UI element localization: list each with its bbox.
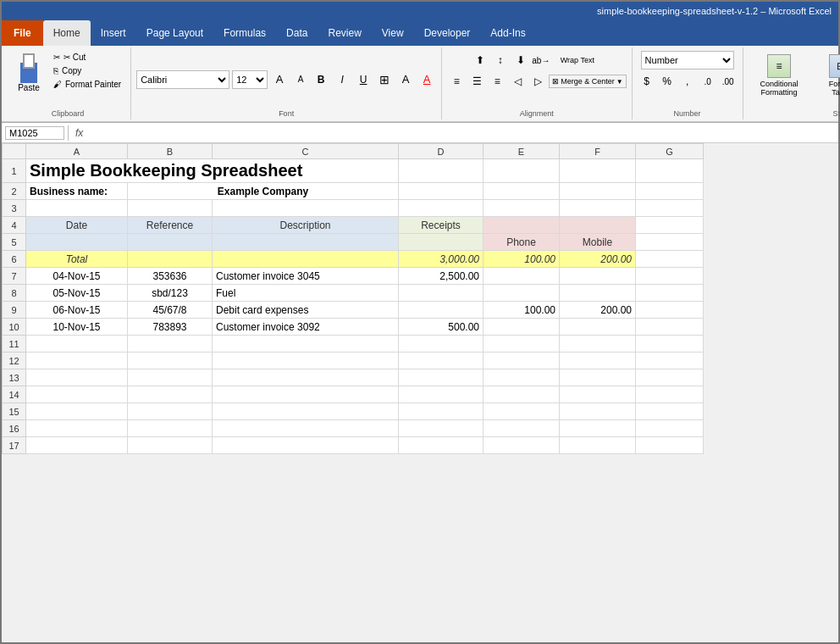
cell-b8[interactable]: sbd/123 <box>128 285 213 302</box>
increase-font-button[interactable]: A <box>270 70 289 89</box>
cell-d5[interactable] <box>399 234 484 251</box>
cell-g13[interactable] <box>636 369 704 386</box>
font-name-select[interactable]: Calibri <box>136 70 229 89</box>
cell-f9[interactable]: 200.00 <box>560 302 636 319</box>
cell-g15[interactable] <box>636 403 704 420</box>
cell-c16[interactable] <box>213 420 399 437</box>
cell-d15[interactable] <box>399 403 484 420</box>
cell-d4[interactable]: Receipts <box>399 217 484 234</box>
cell-f3[interactable] <box>560 200 636 217</box>
cell-e7[interactable] <box>484 268 560 285</box>
cell-f1[interactable] <box>560 159 636 183</box>
row-header-10[interactable]: 10 <box>3 319 26 336</box>
tab-review[interactable]: Review <box>318 20 371 46</box>
col-header-e[interactable]: E <box>484 144 560 159</box>
cell-a6[interactable]: Total <box>26 251 128 268</box>
row-header-16[interactable]: 16 <box>3 420 26 437</box>
cell-g14[interactable] <box>636 386 704 403</box>
underline-button[interactable]: U <box>354 70 373 89</box>
row-header-3[interactable]: 3 <box>3 200 26 217</box>
tab-page-layout[interactable]: Page Layout <box>136 20 213 46</box>
cell-c17[interactable] <box>213 437 399 454</box>
cell-e3[interactable] <box>484 200 560 217</box>
cell-e8[interactable] <box>484 285 560 302</box>
cell-c15[interactable] <box>213 403 399 420</box>
cell-f13[interactable] <box>560 369 636 386</box>
row-header-15[interactable]: 15 <box>3 403 26 420</box>
cell-f11[interactable] <box>560 336 636 353</box>
font-size-select[interactable]: 12 <box>232 70 268 89</box>
cell-c13[interactable] <box>213 369 399 386</box>
row-header-5[interactable]: 5 <box>3 234 26 251</box>
cell-c3[interactable] <box>213 200 399 217</box>
cell-d8[interactable] <box>399 285 484 302</box>
cell-a14[interactable] <box>26 386 128 403</box>
col-header-d[interactable]: D <box>399 144 484 159</box>
align-left-button[interactable]: ≡ <box>447 72 466 91</box>
cell-d3[interactable] <box>399 200 484 217</box>
row-header-14[interactable]: 14 <box>3 386 26 403</box>
cell-b10[interactable]: 783893 <box>128 319 213 336</box>
tab-formulas[interactable]: Formulas <box>213 20 276 46</box>
formula-input[interactable] <box>90 127 835 139</box>
cell-d13[interactable] <box>399 369 484 386</box>
cell-d2[interactable] <box>399 183 484 200</box>
cell-a3[interactable] <box>26 200 128 217</box>
cell-e16[interactable] <box>484 420 560 437</box>
decrease-indent-button[interactable]: ◁ <box>508 72 527 91</box>
cell-e9[interactable]: 100.00 <box>484 302 560 319</box>
cell-g5[interactable] <box>636 234 704 251</box>
increase-decimal-button[interactable]: .0 <box>699 72 717 91</box>
row-header-6[interactable]: 6 <box>3 251 26 268</box>
cell-a9[interactable]: 06-Nov-15 <box>26 302 128 319</box>
cell-a13[interactable] <box>26 369 128 386</box>
fill-color-button[interactable]: A <box>396 70 415 89</box>
row-header-17[interactable]: 17 <box>3 437 26 454</box>
align-top-button[interactable]: ⬆ <box>471 51 489 69</box>
cell-b16[interactable] <box>128 420 213 437</box>
cell-e1[interactable] <box>484 159 560 183</box>
row-header-11[interactable]: 11 <box>3 336 26 353</box>
cell-d14[interactable] <box>399 386 484 403</box>
cell-d17[interactable] <box>399 437 484 454</box>
cell-e14[interactable] <box>484 386 560 403</box>
cell-b4[interactable]: Reference <box>128 217 213 234</box>
align-center-button[interactable]: ☰ <box>467 72 486 91</box>
cell-g4[interactable] <box>636 217 704 234</box>
cell-b14[interactable] <box>128 386 213 403</box>
format-table-button[interactable]: ⊞ Format Table <box>814 51 840 100</box>
cell-f5[interactable]: Mobile <box>560 234 636 251</box>
italic-button[interactable]: I <box>333 70 351 89</box>
cell-f14[interactable] <box>560 386 636 403</box>
cell-d10[interactable]: 500.00 <box>399 319 484 336</box>
cell-b5[interactable] <box>128 234 213 251</box>
cell-reference-input[interactable] <box>5 126 64 140</box>
cell-c7[interactable]: Customer invoice 3045 <box>213 268 399 285</box>
cell-b9[interactable]: 45/67/8 <box>128 302 213 319</box>
cell-f15[interactable] <box>560 403 636 420</box>
cell-c6[interactable] <box>213 251 399 268</box>
orientation-button[interactable]: ab→ <box>532 51 550 69</box>
row-header-12[interactable]: 12 <box>3 353 26 369</box>
conditional-formatting-button[interactable]: ≡ Conditional Formatting <box>752 51 807 100</box>
wrap-text-button[interactable]: Wrap Text <box>552 51 603 69</box>
cell-b3[interactable] <box>128 200 213 217</box>
border-button[interactable]: ⊞ <box>375 70 394 89</box>
cell-d6[interactable]: 3,000.00 <box>399 251 484 268</box>
cell-a15[interactable] <box>26 403 128 420</box>
cell-g10[interactable] <box>636 319 704 336</box>
cell-g12[interactable] <box>636 353 704 369</box>
col-header-a[interactable]: A <box>26 144 128 159</box>
cell-e11[interactable] <box>484 336 560 353</box>
cell-e15[interactable] <box>484 403 560 420</box>
copy-button[interactable]: ⎘ Copy <box>49 64 125 77</box>
cut-button[interactable]: ✂ ✂ Cut <box>49 51 125 64</box>
file-tab[interactable]: File <box>2 20 43 46</box>
merge-center-button[interactable]: ⊠ Merge & Center ▼ <box>549 75 626 88</box>
spreadsheet-scroll-area[interactable]: A B C D E F G 1 Simple Bookkeeping Sprea… <box>2 143 838 642</box>
cell-e17[interactable] <box>484 437 560 454</box>
cell-f6[interactable]: 200.00 <box>560 251 636 268</box>
cell-c10[interactable]: Customer invoice 3092 <box>213 319 399 336</box>
cell-f2[interactable] <box>560 183 636 200</box>
cell-g2[interactable] <box>636 183 704 200</box>
